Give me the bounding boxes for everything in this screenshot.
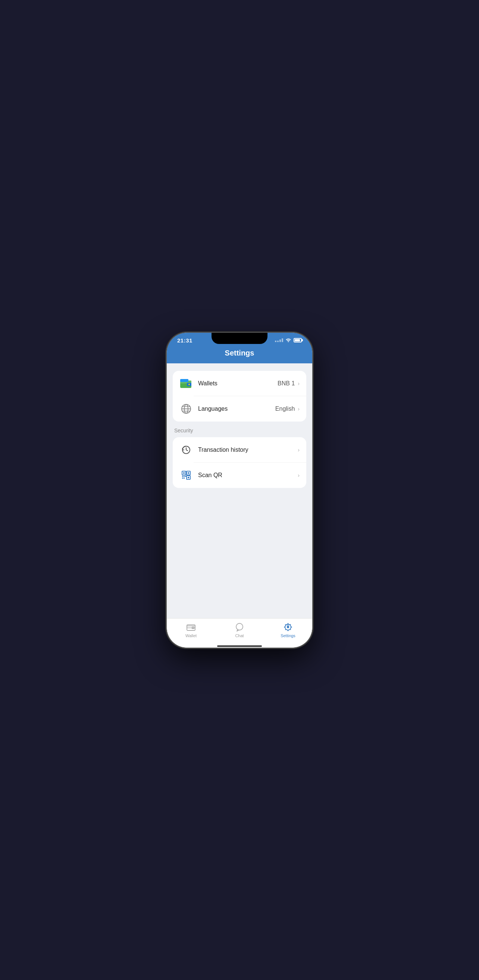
svg-point-24 — [193, 627, 193, 628]
svg-rect-18 — [183, 476, 185, 477]
scan-qr-label: Scan QR — [198, 472, 298, 479]
wallets-value: BNB 1 — [278, 380, 295, 387]
wallets-item[interactable]: Wallets BNB 1 › — [173, 371, 306, 396]
wifi-icon — [285, 337, 291, 343]
qr-icon — [180, 469, 193, 482]
security-section-title: Security — [173, 428, 306, 433]
tab-settings[interactable]: Settings — [264, 622, 312, 638]
svg-rect-11 — [183, 472, 185, 474]
svg-rect-15 — [188, 472, 189, 474]
page-title: Settings — [174, 349, 305, 357]
notch — [212, 333, 267, 344]
battery-icon — [294, 338, 302, 342]
status-icons — [275, 337, 302, 343]
settings-content: Wallets BNB 1 › Lan — [167, 363, 312, 618]
transaction-history-chevron: › — [298, 447, 299, 453]
languages-item[interactable]: Languages English › — [173, 396, 306, 422]
section-2-card: Transaction history › — [173, 437, 306, 488]
svg-rect-2 — [180, 379, 188, 382]
svg-rect-19 — [183, 477, 185, 479]
tab-wallet-label: Wallet — [185, 633, 197, 638]
signal-icon — [275, 338, 283, 342]
home-indicator — [167, 645, 312, 648]
history-icon — [180, 443, 193, 457]
scan-qr-chevron: › — [298, 472, 299, 478]
phone-frame: 21:31 Settings — [167, 333, 312, 648]
tab-wallet[interactable]: Wallet — [167, 622, 215, 638]
phone-screen: 21:31 Settings — [167, 333, 312, 648]
transaction-history-item[interactable]: Transaction history › — [173, 437, 306, 463]
tab-chat-label: Chat — [235, 633, 243, 638]
svg-rect-17 — [182, 477, 183, 479]
svg-rect-13 — [188, 477, 189, 478]
languages-chevron: › — [298, 406, 299, 412]
section-1-card: Wallets BNB 1 › Lan — [173, 371, 306, 422]
wallets-chevron: › — [298, 380, 299, 387]
page-header: Settings — [167, 345, 312, 363]
svg-rect-20 — [185, 476, 186, 477]
svg-rect-16 — [182, 476, 183, 477]
wallets-label: Wallets — [198, 380, 278, 387]
tab-wallet-icon — [186, 622, 196, 632]
svg-point-4 — [188, 383, 190, 385]
status-time: 21:31 — [177, 337, 193, 344]
wallet-icon — [180, 377, 193, 390]
tab-chat[interactable]: Chat — [215, 622, 264, 638]
languages-value: English — [275, 406, 295, 412]
tab-bar: Wallet Chat — [167, 618, 312, 645]
tab-settings-icon — [283, 622, 293, 632]
globe-icon — [180, 402, 193, 415]
tab-chat-icon — [235, 622, 244, 632]
scan-qr-item[interactable]: Scan QR › — [173, 463, 306, 488]
tab-settings-label: Settings — [280, 633, 296, 638]
transaction-history-label: Transaction history — [198, 447, 298, 453]
languages-label: Languages — [198, 406, 275, 412]
svg-point-25 — [236, 624, 243, 630]
